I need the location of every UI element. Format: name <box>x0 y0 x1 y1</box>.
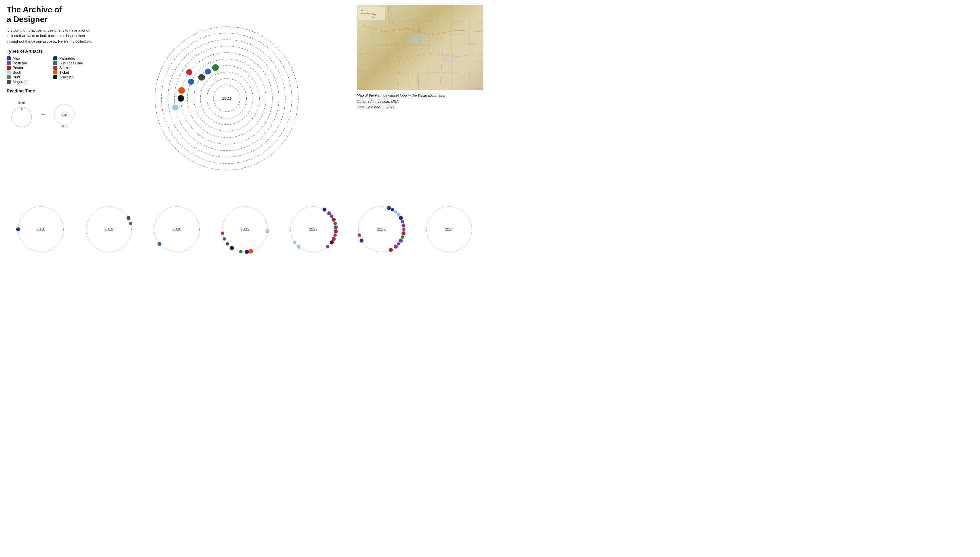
year-dot[interactable] <box>221 231 224 235</box>
spiral-dot[interactable] <box>178 87 185 94</box>
year-dot[interactable] <box>394 245 398 249</box>
year-label: 2022 <box>309 227 318 232</box>
year-dot[interactable] <box>389 248 393 252</box>
page-title: The Archive ofa Designer <box>6 5 97 24</box>
year-dot[interactable] <box>397 242 400 246</box>
year-circle-container: 2022 <box>284 199 342 260</box>
bottom-section: 2016201920202021202220232024 <box>0 194 490 265</box>
spiral-dot[interactable] <box>187 69 192 75</box>
year-dot[interactable] <box>333 222 337 225</box>
year-dot[interactable] <box>391 208 394 212</box>
legend-item: Book <box>6 70 50 74</box>
year-circle-container: 2020 <box>148 199 206 260</box>
right-panel: LEGEND Road Trail Map of the Pemigewasse… <box>353 3 487 187</box>
legend-label: Print <box>13 75 20 79</box>
year-dot[interactable] <box>230 246 234 250</box>
legend-item: Print <box>6 75 50 79</box>
year-dot[interactable] <box>402 231 406 235</box>
year-dot[interactable] <box>394 210 398 213</box>
legend-color-swatch <box>6 75 11 79</box>
year-circle-svg: 2020 <box>148 199 206 260</box>
spiral-dot[interactable] <box>178 95 184 102</box>
legend-color-swatch <box>6 70 11 74</box>
legend-label: Ticket <box>59 70 69 74</box>
spiral-dot[interactable] <box>172 104 178 111</box>
year-dot[interactable] <box>226 242 229 246</box>
year-circle-svg: 2022 <box>284 199 342 260</box>
year-dot[interactable] <box>158 242 162 246</box>
spiral-dot[interactable] <box>212 64 219 71</box>
year-dot[interactable] <box>249 249 253 254</box>
legend-color-swatch <box>54 70 57 74</box>
year-dot[interactable] <box>402 223 406 228</box>
year-dot[interactable] <box>16 228 20 231</box>
year-dot[interactable] <box>333 233 337 237</box>
spiral-dot[interactable] <box>188 79 194 85</box>
year-dot[interactable] <box>127 216 130 220</box>
legend-item: Poster <box>6 66 50 70</box>
year-circle-container: 2024 <box>420 199 478 260</box>
legend-color-swatch <box>54 56 57 60</box>
year-label: 2021 <box>241 227 250 232</box>
svg-text:Dec: Dec <box>61 125 67 129</box>
legend-color-swatch <box>6 80 11 84</box>
year-circle-container: 2021 <box>216 199 274 260</box>
year-dot[interactable] <box>327 211 331 215</box>
year-dot[interactable] <box>322 208 326 212</box>
year-circle-container: 2016 <box>12 199 70 260</box>
svg-text:Jan: Jan <box>62 113 67 116</box>
year-dot[interactable] <box>330 241 334 244</box>
legend-item: Business Card <box>54 61 97 65</box>
left-panel: The Archive ofa Designer It is common pr… <box>3 3 100 187</box>
year-dot[interactable] <box>387 206 391 210</box>
year-dot[interactable] <box>129 222 132 225</box>
year-dot[interactable] <box>402 228 406 231</box>
legend-item: Postcard <box>6 61 50 65</box>
year-dot[interactable] <box>245 250 249 254</box>
reading-time-section: Reading Time Start → <box>6 88 97 133</box>
year-dot[interactable] <box>330 215 333 218</box>
svg-line-10 <box>357 59 483 62</box>
legend-item: Magazine <box>6 80 50 84</box>
description: It is common practice for designer's to … <box>6 28 97 44</box>
year-dot[interactable] <box>358 233 361 237</box>
year-dot[interactable] <box>334 229 337 233</box>
legend-label: Magazine <box>13 80 29 84</box>
legend-item: Sticker <box>54 66 97 70</box>
year-dot[interactable] <box>401 236 404 239</box>
year-dot[interactable] <box>293 241 296 244</box>
year-dot[interactable] <box>332 218 336 222</box>
legend-item: Map <box>6 56 50 60</box>
legend-label: Postcard <box>13 61 27 65</box>
center-chart: 2021 <box>100 3 353 187</box>
spiral-dot[interactable] <box>198 74 205 81</box>
map-overlay: LEGEND Road Trail <box>357 5 483 90</box>
svg-line-11 <box>357 72 483 73</box>
spiral-chart: 2021 <box>150 7 303 187</box>
year-dot[interactable] <box>266 229 270 233</box>
svg-line-19 <box>387 5 389 90</box>
spiral-year-label: 2021 <box>222 96 232 101</box>
legend-grid: MapPamphletPostcardBusiness CardPosterSt… <box>6 56 97 84</box>
year-circle-svg: 2016 <box>12 199 70 260</box>
reading-time-jan-circle: Jan Dec <box>49 96 80 133</box>
year-dot[interactable] <box>399 239 403 243</box>
year-label: 2020 <box>172 227 181 232</box>
year-dot[interactable] <box>399 216 403 220</box>
year-dot[interactable] <box>401 220 404 223</box>
year-dot[interactable] <box>360 239 363 243</box>
svg-text:LEGEND: LEGEND <box>360 10 367 12</box>
year-dot[interactable] <box>326 245 329 249</box>
year-dot[interactable] <box>334 225 337 230</box>
year-dot[interactable] <box>297 245 301 249</box>
spiral-dot[interactable] <box>205 68 211 74</box>
map-image: LEGEND Road Trail <box>357 5 484 90</box>
legend-color-swatch <box>54 61 57 65</box>
svg-line-14 <box>408 5 410 90</box>
year-dot[interactable] <box>223 237 226 241</box>
svg-text:Trail: Trail <box>372 17 375 18</box>
year-dot[interactable] <box>332 237 336 241</box>
legend-label: Sticker <box>59 66 71 70</box>
year-dot[interactable] <box>397 213 401 217</box>
year-dot[interactable] <box>239 250 243 253</box>
